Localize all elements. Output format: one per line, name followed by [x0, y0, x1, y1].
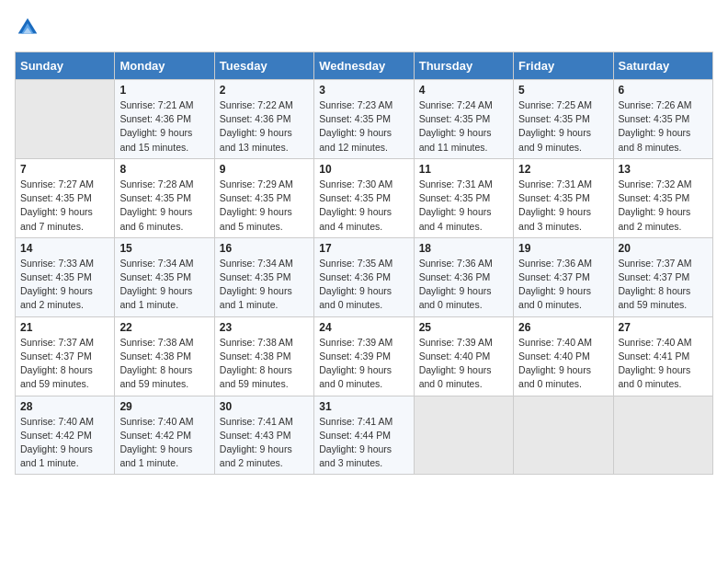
calendar-cell: 29Sunrise: 7:40 AMSunset: 4:42 PMDayligh… — [115, 396, 214, 475]
day-info: Sunrise: 7:31 AMSunset: 4:35 PMDaylight:… — [419, 178, 508, 234]
day-number: 10 — [319, 163, 408, 176]
day-info: Sunrise: 7:39 AMSunset: 4:39 PMDaylight:… — [319, 336, 408, 392]
day-info: Sunrise: 7:36 AMSunset: 4:37 PMDaylight:… — [518, 257, 608, 313]
day-number: 3 — [319, 84, 408, 97]
day-info: Sunrise: 7:36 AMSunset: 4:36 PMDaylight:… — [419, 257, 508, 313]
logo — [15, 15, 44, 40]
calendar-cell: 8Sunrise: 7:28 AMSunset: 4:35 PMDaylight… — [115, 158, 214, 237]
calendar-cell: 25Sunrise: 7:39 AMSunset: 4:40 PMDayligh… — [414, 316, 513, 396]
day-number: 2 — [220, 84, 309, 97]
day-number: 27 — [619, 321, 708, 334]
calendar-cell — [613, 396, 712, 475]
day-number: 9 — [220, 163, 309, 176]
day-number: 20 — [619, 242, 708, 255]
day-info: Sunrise: 7:21 AMSunset: 4:36 PMDaylight:… — [119, 98, 209, 155]
day-info: Sunrise: 7:39 AMSunset: 4:40 PMDaylight:… — [419, 336, 508, 392]
day-number: 15 — [119, 242, 209, 255]
calendar-day-header: Thursday — [414, 52, 513, 80]
day-number: 13 — [619, 163, 708, 176]
day-number: 22 — [119, 321, 209, 334]
calendar-day-header: Sunday — [16, 52, 115, 80]
calendar-cell: 23Sunrise: 7:38 AMSunset: 4:38 PMDayligh… — [214, 316, 313, 396]
day-info: Sunrise: 7:32 AMSunset: 4:35 PMDaylight:… — [619, 178, 708, 234]
day-info: Sunrise: 7:33 AMSunset: 4:35 PMDaylight:… — [20, 257, 109, 313]
day-number: 23 — [220, 321, 309, 334]
day-number: 7 — [20, 163, 109, 176]
day-info: Sunrise: 7:22 AMSunset: 4:36 PMDaylight:… — [220, 98, 309, 155]
calendar-table: SundayMondayTuesdayWednesdayThursdayFrid… — [15, 52, 713, 475]
calendar-cell: 13Sunrise: 7:32 AMSunset: 4:35 PMDayligh… — [613, 158, 712, 237]
calendar-cell: 6Sunrise: 7:26 AMSunset: 4:35 PMDaylight… — [613, 80, 712, 159]
day-info: Sunrise: 7:30 AMSunset: 4:35 PMDaylight:… — [319, 178, 408, 234]
calendar-cell: 12Sunrise: 7:31 AMSunset: 4:35 PMDayligh… — [514, 158, 613, 237]
day-info: Sunrise: 7:35 AMSunset: 4:36 PMDaylight:… — [319, 257, 408, 313]
calendar-cell: 9Sunrise: 7:29 AMSunset: 4:35 PMDaylight… — [214, 158, 313, 237]
day-number: 12 — [518, 163, 608, 176]
day-info: Sunrise: 7:40 AMSunset: 4:41 PMDaylight:… — [619, 336, 708, 392]
day-info: Sunrise: 7:41 AMSunset: 4:43 PMDaylight:… — [220, 415, 309, 471]
day-info: Sunrise: 7:25 AMSunset: 4:35 PMDaylight:… — [518, 98, 608, 155]
day-number: 11 — [419, 163, 508, 176]
calendar-cell: 17Sunrise: 7:35 AMSunset: 4:36 PMDayligh… — [314, 237, 414, 316]
day-info: Sunrise: 7:40 AMSunset: 4:42 PMDaylight:… — [20, 415, 109, 471]
calendar-cell: 30Sunrise: 7:41 AMSunset: 4:43 PMDayligh… — [214, 396, 313, 475]
day-number: 26 — [518, 321, 608, 334]
calendar-cell: 1Sunrise: 7:21 AMSunset: 4:36 PMDaylight… — [115, 80, 214, 159]
day-info: Sunrise: 7:38 AMSunset: 4:38 PMDaylight:… — [119, 336, 209, 392]
calendar-day-header: Friday — [514, 52, 613, 80]
day-info: Sunrise: 7:28 AMSunset: 4:35 PMDaylight:… — [119, 178, 209, 234]
calendar-cell: 27Sunrise: 7:40 AMSunset: 4:41 PMDayligh… — [613, 316, 712, 396]
calendar-week-row: 21Sunrise: 7:37 AMSunset: 4:37 PMDayligh… — [16, 316, 713, 396]
day-number: 4 — [419, 84, 508, 97]
day-number: 19 — [518, 242, 608, 255]
calendar-day-header: Wednesday — [314, 52, 414, 80]
day-number: 24 — [319, 321, 408, 334]
calendar-day-header: Saturday — [613, 52, 712, 80]
calendar-cell: 21Sunrise: 7:37 AMSunset: 4:37 PMDayligh… — [16, 316, 115, 396]
calendar-week-row: 1Sunrise: 7:21 AMSunset: 4:36 PMDaylight… — [16, 80, 713, 159]
day-info: Sunrise: 7:40 AMSunset: 4:40 PMDaylight:… — [518, 336, 608, 392]
day-number: 18 — [419, 242, 508, 255]
calendar-cell: 26Sunrise: 7:40 AMSunset: 4:40 PMDayligh… — [514, 316, 613, 396]
page-header — [15, 15, 713, 40]
calendar-day-header: Monday — [115, 52, 214, 80]
calendar-cell: 14Sunrise: 7:33 AMSunset: 4:35 PMDayligh… — [16, 237, 115, 316]
calendar-day-header: Tuesday — [214, 52, 313, 80]
day-number: 29 — [119, 400, 209, 413]
calendar-cell: 2Sunrise: 7:22 AMSunset: 4:36 PMDaylight… — [214, 80, 313, 159]
calendar-cell: 28Sunrise: 7:40 AMSunset: 4:42 PMDayligh… — [16, 396, 115, 475]
calendar-header-row: SundayMondayTuesdayWednesdayThursdayFrid… — [16, 52, 713, 80]
day-number: 6 — [619, 84, 708, 97]
day-number: 14 — [20, 242, 109, 255]
calendar-cell: 15Sunrise: 7:34 AMSunset: 4:35 PMDayligh… — [115, 237, 214, 316]
calendar-cell: 5Sunrise: 7:25 AMSunset: 4:35 PMDaylight… — [514, 80, 613, 159]
calendar-cell — [16, 80, 115, 159]
calendar-week-row: 28Sunrise: 7:40 AMSunset: 4:42 PMDayligh… — [16, 396, 713, 475]
day-number: 30 — [220, 400, 309, 413]
day-info: Sunrise: 7:23 AMSunset: 4:35 PMDaylight:… — [319, 98, 408, 155]
day-info: Sunrise: 7:24 AMSunset: 4:35 PMDaylight:… — [419, 98, 508, 155]
calendar-cell: 18Sunrise: 7:36 AMSunset: 4:36 PMDayligh… — [414, 237, 513, 316]
day-info: Sunrise: 7:31 AMSunset: 4:35 PMDaylight:… — [518, 178, 608, 234]
calendar-cell: 24Sunrise: 7:39 AMSunset: 4:39 PMDayligh… — [314, 316, 414, 396]
day-number: 25 — [419, 321, 508, 334]
day-info: Sunrise: 7:34 AMSunset: 4:35 PMDaylight:… — [119, 257, 209, 313]
day-number: 5 — [518, 84, 608, 97]
day-info: Sunrise: 7:37 AMSunset: 4:37 PMDaylight:… — [619, 257, 708, 313]
calendar-cell: 31Sunrise: 7:41 AMSunset: 4:44 PMDayligh… — [314, 396, 414, 475]
day-info: Sunrise: 7:38 AMSunset: 4:38 PMDaylight:… — [220, 336, 309, 392]
logo-icon — [15, 15, 40, 40]
day-number: 21 — [20, 321, 109, 334]
calendar-cell: 11Sunrise: 7:31 AMSunset: 4:35 PMDayligh… — [414, 158, 513, 237]
calendar-cell — [514, 396, 613, 475]
calendar-cell: 10Sunrise: 7:30 AMSunset: 4:35 PMDayligh… — [314, 158, 414, 237]
calendar-cell: 16Sunrise: 7:34 AMSunset: 4:35 PMDayligh… — [214, 237, 313, 316]
calendar-cell: 19Sunrise: 7:36 AMSunset: 4:37 PMDayligh… — [514, 237, 613, 316]
day-info: Sunrise: 7:40 AMSunset: 4:42 PMDaylight:… — [119, 415, 209, 471]
calendar-cell: 20Sunrise: 7:37 AMSunset: 4:37 PMDayligh… — [613, 237, 712, 316]
day-info: Sunrise: 7:34 AMSunset: 4:35 PMDaylight:… — [220, 257, 309, 313]
day-number: 8 — [119, 163, 209, 176]
calendar-cell: 4Sunrise: 7:24 AMSunset: 4:35 PMDaylight… — [414, 80, 513, 159]
calendar-week-row: 14Sunrise: 7:33 AMSunset: 4:35 PMDayligh… — [16, 237, 713, 316]
calendar-cell: 22Sunrise: 7:38 AMSunset: 4:38 PMDayligh… — [115, 316, 214, 396]
